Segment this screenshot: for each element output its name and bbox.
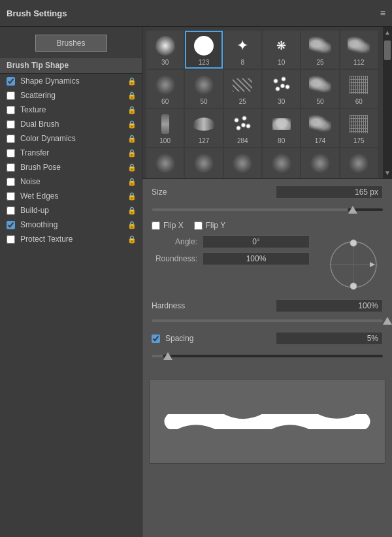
brush-cell-1-2[interactable]: 25 — [224, 70, 261, 108]
label-scattering: Scattering — [20, 91, 125, 100]
sidebar-item-noise[interactable]: Noise🔒 — [0, 174, 142, 189]
lock-wet-edges: 🔒 — [127, 192, 137, 201]
scroll-down-arrow[interactable]: ▼ — [384, 167, 391, 178]
angle-row: Angle: — [152, 235, 318, 248]
lock-brush-pose: 🔒 — [127, 163, 137, 172]
sidebar-item-protect-texture[interactable]: Protect Texture🔒 — [0, 232, 142, 246]
checkbox-brush-pose[interactable] — [7, 163, 15, 172]
brush-cell-1-3[interactable]: 30 — [263, 70, 300, 108]
brush-cell-1-4[interactable]: 50 — [301, 70, 338, 108]
flip-y-checkbox[interactable] — [194, 221, 203, 230]
angle-input[interactable] — [203, 235, 310, 248]
brushes-button[interactable]: Brushes — [35, 35, 107, 52]
lock-noise: 🔒 — [127, 178, 137, 186]
checkbox-noise[interactable] — [7, 178, 15, 186]
brush-cell-num-1-4: 50 — [316, 98, 323, 105]
brush-cell-3-4[interactable] — [301, 148, 338, 178]
brush-cell-0-2[interactable]: ✦8 — [224, 31, 261, 69]
label-protect-texture: Protect Texture — [20, 235, 125, 244]
spacing-value[interactable] — [276, 332, 383, 345]
checkbox-protect-texture[interactable] — [7, 235, 15, 244]
checkbox-transfer[interactable] — [7, 149, 15, 157]
label-brush-pose: Brush Pose — [20, 163, 125, 172]
brush-cell-3-0[interactable] — [146, 148, 184, 178]
spacing-checkbox[interactable] — [152, 334, 160, 343]
brush-cell-1-1[interactable]: 50 — [185, 70, 222, 108]
hardness-slider-track — [152, 319, 383, 322]
hardness-slider-fill — [152, 319, 383, 322]
brush-angle-wheel[interactable] — [324, 235, 383, 294]
label-shape-dynamics: Shape Dynamics — [20, 76, 125, 86]
roundness-input[interactable] — [203, 252, 310, 265]
brush-cell-num-1-1: 50 — [200, 98, 207, 105]
sidebar-items-container: Shape Dynamics🔒Scattering🔒Texture🔒Dual B… — [0, 74, 142, 246]
sidebar-item-brush-pose[interactable]: Brush Pose🔒 — [0, 160, 142, 174]
brush-cell-0-4[interactable]: 25 — [301, 31, 338, 69]
lock-color-dynamics: 🔒 — [127, 135, 137, 143]
hardness-slider-thumb[interactable] — [383, 317, 392, 325]
brush-cell-num-1-0: 60 — [161, 98, 169, 105]
menu-icon[interactable]: ≡ — [380, 8, 385, 18]
lock-smoothing: 🔒 — [127, 221, 137, 229]
sidebar-item-texture[interactable]: Texture🔒 — [0, 103, 142, 117]
window-title: Brush Settings — [7, 8, 67, 18]
brush-cell-3-2[interactable] — [224, 148, 261, 178]
checkbox-build-up[interactable] — [7, 206, 15, 215]
sidebar-item-build-up[interactable]: Build-up🔒 — [0, 203, 142, 218]
checkbox-wet-edges[interactable] — [7, 192, 15, 201]
brush-cell-num-2-4: 174 — [315, 137, 326, 144]
scroll-thumb[interactable] — [384, 41, 391, 60]
checkbox-texture[interactable] — [7, 106, 15, 114]
brush-cell-1-0[interactable]: 60 — [146, 70, 184, 108]
brush-cell-2-2[interactable]: 284 — [224, 109, 261, 147]
brush-cell-2-4[interactable]: 174 — [301, 109, 338, 147]
main-layout: Brushes Brush Tip Shape Shape Dynamics🔒S… — [0, 27, 392, 537]
checkbox-shape-dynamics[interactable] — [7, 77, 15, 86]
angle-label: Angle: — [152, 237, 197, 246]
size-slider-thumb[interactable] — [348, 206, 357, 214]
sidebar-item-scattering[interactable]: Scattering🔒 — [0, 88, 142, 103]
svg-marker-5 — [370, 262, 375, 267]
brush-cell-0-3[interactable]: ❋10 — [263, 31, 300, 69]
brush-cell-2-5[interactable]: 175 — [340, 109, 378, 147]
brush-cell-3-1[interactable] — [185, 148, 222, 178]
scroll-up-arrow[interactable]: ▲ — [384, 27, 391, 38]
size-slider[interactable] — [152, 204, 383, 216]
brush-cell-2-0[interactable]: 100 — [146, 109, 184, 147]
spacing-slider-thumb[interactable] — [163, 352, 172, 360]
svg-point-3 — [350, 240, 357, 246]
checkbox-dual-brush[interactable] — [7, 120, 15, 129]
flip-x-checkbox[interactable] — [152, 221, 160, 230]
brush-cell-2-3[interactable]: 80 — [263, 109, 300, 147]
spacing-slider[interactable] — [152, 350, 383, 362]
sidebar: Brushes Brush Tip Shape Shape Dynamics🔒S… — [0, 27, 142, 537]
checkbox-scattering[interactable] — [7, 91, 15, 100]
size-value[interactable] — [276, 186, 383, 199]
brush-cell-1-5[interactable]: 60 — [340, 70, 378, 108]
sidebar-item-color-dynamics[interactable]: Color Dynamics🔒 — [0, 131, 142, 146]
sidebar-item-dual-brush[interactable]: Dual Brush🔒 — [0, 117, 142, 131]
hardness-value[interactable] — [276, 299, 383, 312]
hardness-slider[interactable] — [152, 315, 383, 327]
checkbox-smoothing[interactable] — [7, 221, 15, 229]
checkbox-color-dynamics[interactable] — [7, 135, 15, 143]
sidebar-item-wet-edges[interactable]: Wet Edges🔒 — [0, 189, 142, 203]
sidebar-item-smoothing[interactable]: Smoothing🔒 — [0, 218, 142, 232]
brush-cell-3-5[interactable] — [340, 148, 378, 178]
brush-cell-3-3[interactable] — [263, 148, 300, 178]
flip-x-item: Flip X — [152, 221, 184, 230]
flip-x-label: Flip X — [163, 221, 184, 230]
brush-cell-num-0-4: 25 — [316, 59, 323, 66]
sidebar-item-transfer[interactable]: Transfer🔒 — [0, 146, 142, 160]
brush-cell-0-0[interactable]: 30 — [146, 31, 184, 69]
brush-cell-2-1[interactable]: 127 — [185, 109, 222, 147]
brush-cell-num-2-5: 175 — [353, 137, 365, 144]
sidebar-item-shape-dynamics[interactable]: Shape Dynamics🔒 — [0, 74, 142, 88]
svg-point-4 — [350, 283, 357, 289]
brush-cell-0-5[interactable]: 112 — [340, 31, 378, 69]
title-bar: Brush Settings ≡ — [0, 0, 392, 27]
brush-cell-num-2-1: 127 — [199, 137, 210, 144]
brush-cell-0-1[interactable]: 123 — [185, 31, 222, 69]
scrollbar-vertical[interactable]: ▲ ▼ — [383, 27, 392, 178]
size-slider-track — [152, 208, 383, 211]
